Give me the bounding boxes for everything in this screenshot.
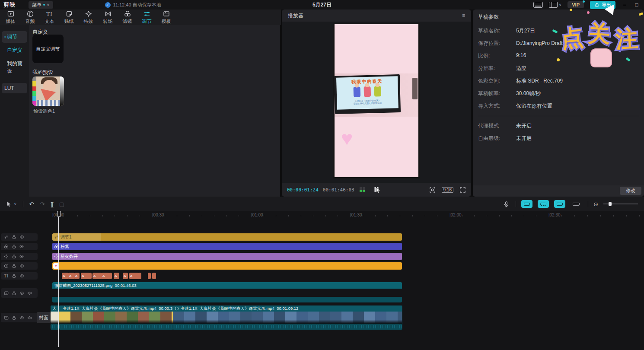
text-clip[interactable]	[152, 273, 156, 279]
params-divider	[478, 116, 639, 116]
maximize-button[interactable]: □	[634, 2, 640, 8]
preview-axis-toggle[interactable]	[571, 200, 582, 208]
select-tool-icon[interactable]	[6, 201, 12, 207]
text-clip[interactable]	[89, 273, 92, 279]
delete-button[interactable]: ▢	[59, 201, 64, 207]
export-button[interactable]: 导出	[590, 1, 615, 9]
text-clip[interactable]: A	[123, 273, 128, 279]
playhead-handle[interactable]	[57, 211, 61, 217]
modify-button[interactable]: 修改	[620, 187, 641, 195]
eye-icon[interactable]	[19, 315, 24, 320]
lock-icon[interactable]	[12, 274, 16, 278]
custom-adjust-card[interactable]: 自定义调节	[32, 35, 64, 63]
shortcut-keyboard-icon[interactable]	[533, 2, 543, 8]
export-icon	[594, 2, 599, 7]
note-icon	[27, 10, 34, 17]
aspect-ratio-badge[interactable]: 9:16	[442, 187, 453, 193]
lock-icon	[12, 244, 16, 249]
lock-icon[interactable]	[12, 291, 16, 296]
text-clip[interactable]: A	[102, 273, 109, 279]
redo-button[interactable]: ↷	[40, 201, 45, 207]
tool-tab-2[interactable]: 音频	[20, 10, 40, 25]
eye-icon[interactable]	[19, 235, 24, 239]
tool-tab-6[interactable]: 转场	[98, 10, 118, 25]
minimize-button[interactable]: –	[622, 2, 628, 8]
fullscreen-icon[interactable]	[459, 187, 466, 193]
text-clip[interactable]	[109, 273, 112, 279]
lock-icon[interactable]	[12, 244, 16, 249]
sidebar-item-2[interactable]: 自定义	[4, 45, 27, 56]
eye-icon[interactable]	[19, 291, 24, 296]
speaker-icon[interactable]	[27, 315, 32, 320]
tool-tab-8[interactable]: 调节	[137, 10, 156, 25]
link-toggle[interactable]	[554, 200, 565, 208]
lock-icon[interactable]	[12, 235, 16, 239]
track-header-7	[1, 313, 38, 322]
bowtie-icon	[105, 10, 112, 17]
text-clip[interactable]: A	[92, 273, 102, 279]
select-tool-chevron[interactable]: ∨	[14, 202, 17, 206]
autosave-status: ✓11:12:40 自动保存本地	[105, 2, 161, 8]
player-menu-icon[interactable]: ≡	[462, 13, 465, 19]
text-clip[interactable]: A	[81, 273, 90, 279]
auto-snap-toggle[interactable]	[538, 200, 549, 208]
eye-icon[interactable]	[19, 244, 24, 249]
video-clip-3[interactable]: 变速1.1X 大班社会《我眼中的春天》课堂实录.mp4 00:01:09:12	[173, 305, 402, 330]
sidebar-item-1[interactable]: 调节	[2, 31, 27, 43]
split-button[interactable]: ][	[51, 201, 53, 207]
menu-button[interactable]: 菜单∨	[29, 1, 53, 9]
lock-icon[interactable]	[12, 315, 16, 320]
text-clip[interactable]: A	[68, 273, 75, 279]
fit-scale-icon[interactable]	[429, 187, 436, 193]
video-clip-2[interactable]: 变速1.1X 大班社会《我眼中的春天》课堂实录.mp4 00:00:34:25	[59, 305, 173, 330]
filter-clip[interactable]: 粉紫	[52, 243, 402, 250]
tool-tab-5[interactable]: 特效	[79, 10, 98, 25]
sidebar-item-3[interactable]: 我的预设	[4, 58, 27, 77]
layout-switch-button[interactable]: ∨	[549, 2, 562, 8]
eye-icon[interactable]	[19, 264, 24, 268]
zoom-slider-handle[interactable]	[609, 202, 612, 206]
video-clip-label: 变速1.1X 大班社会《我眼中的春天》课堂实录.mp4 00:00:34:25	[59, 305, 173, 312]
video-pink-top	[335, 24, 418, 73]
sidebar-item-4[interactable]: LUT	[2, 83, 27, 93]
text-clip[interactable]: A	[114, 273, 119, 279]
eye-icon[interactable]	[19, 274, 24, 278]
main-track-magnet-toggle[interactable]	[521, 200, 532, 208]
image-clip[interactable]: 微信截图_20230527111025.png 00:01:46:03	[52, 282, 402, 302]
lock-icon[interactable]	[12, 254, 16, 259]
param-row: 分辨率:适应	[473, 62, 644, 75]
video-icon	[4, 315, 9, 320]
record-voice-icon[interactable]	[503, 201, 510, 207]
tool-tab-3[interactable]: TI文本	[40, 10, 59, 25]
tool-tab-1[interactable]: 媒体	[1, 10, 20, 25]
speaker-icon[interactable]	[27, 291, 32, 296]
preset-label: 预设调色1	[33, 108, 55, 115]
cover-button[interactable]: 封面	[37, 312, 51, 323]
track-header-5: TI	[1, 272, 38, 280]
preset-thumbnail[interactable]	[32, 76, 64, 106]
eye-icon	[19, 274, 24, 278]
adjust-clip[interactable]: 调节1	[52, 233, 402, 241]
zoom-out-button[interactable]: ⊖	[593, 201, 598, 207]
tool-tab-7[interactable]: 滤镜	[118, 10, 137, 25]
timeline-ruler[interactable]: |00:00|00:30|01:00|01:30|02:00|02:30	[0, 211, 644, 219]
sticker-clip[interactable]: ♥	[52, 262, 402, 270]
playhead[interactable]	[58, 212, 59, 347]
video-frame[interactable]: 我眼中的春天 大班社会《我眼中的春天》课堂实录幼儿园大班教学活动 ♥	[333, 23, 420, 178]
text-clip[interactable]: A	[74, 273, 80, 279]
lock-icon[interactable]	[12, 264, 16, 268]
timeline-zoom-slider[interactable]	[603, 204, 638, 204]
text-clip[interactable]: A	[62, 273, 69, 279]
eye-icon[interactable]	[19, 254, 24, 259]
vip-badge[interactable]: VIP	[567, 1, 584, 8]
eye-icon	[19, 264, 24, 268]
sliders-icon	[4, 235, 9, 239]
tool-tab-4[interactable]: 贴纸	[59, 10, 79, 25]
custom-adjust-card-label: 自定义调节	[36, 46, 60, 52]
tool-tab-9[interactable]: 模板	[156, 10, 176, 25]
effect-clip[interactable]: 星火炸开	[52, 253, 402, 260]
undo-button[interactable]: ↶	[29, 201, 34, 207]
text-clip[interactable]: A	[129, 273, 139, 279]
text-clip[interactable]	[148, 273, 151, 279]
text-clip[interactable]	[138, 273, 141, 279]
